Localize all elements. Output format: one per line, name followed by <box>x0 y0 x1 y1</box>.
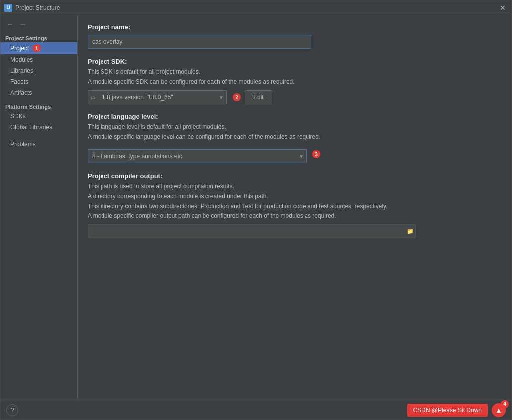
bottom-right: CSDN @Please Sit Down ▲ 4 <box>407 403 506 417</box>
project-structure-window: U Project Structure ✕ ← → Project Settin… <box>0 0 512 420</box>
close-button[interactable]: ✕ <box>498 3 508 13</box>
compiler-desc1: This path is used to store all project c… <box>88 182 502 191</box>
sdk-desc2: A module specific SDK can be configured … <box>88 77 502 86</box>
sdk-row: 🗂 1.8 java version "1.8.0_65" ▼ 2 Edit <box>88 90 502 104</box>
lang-select-wrapper: 8 - Lambdas, type annotations etc. ▼ <box>88 149 307 163</box>
csdn-bar[interactable]: CSDN @Please Sit Down <box>407 404 488 417</box>
project-name-label: Project name: <box>88 23 502 31</box>
sdk-label: Project SDK: <box>88 58 502 65</box>
main-content: ← → Project Settings Project 1 Modules L… <box>0 15 512 400</box>
compiler-section: Project compiler output: This path is us… <box>88 172 502 238</box>
sidebar-item-sdks[interactable]: SDKs <box>0 111 77 122</box>
sidebar-item-project-badge: 1 <box>33 44 41 52</box>
sidebar-item-modules-label: Modules <box>10 56 33 63</box>
titlebar: U Project Structure ✕ <box>0 0 512 15</box>
compiler-output-row: 📁 <box>88 224 502 238</box>
sidebar: ← → Project Settings Project 1 Modules L… <box>0 15 78 400</box>
lang-desc1: This language level is default for all p… <box>88 122 502 131</box>
sidebar-item-project-label: Project <box>10 45 29 52</box>
edit-sdk-button[interactable]: Edit <box>245 90 272 104</box>
sidebar-item-artifacts-label: Artifacts <box>10 89 32 96</box>
folder-browse-button[interactable]: 📁 <box>407 228 414 235</box>
main-panel: Project name: Project SDK: This SDK is d… <box>78 15 512 400</box>
sidebar-item-problems[interactable]: Problems <box>0 139 77 150</box>
sidebar-item-project[interactable]: Project 1 <box>0 42 77 54</box>
project-name-input[interactable] <box>88 35 311 49</box>
sidebar-item-artifacts[interactable]: Artifacts <box>0 87 77 98</box>
help-button[interactable]: ? <box>6 404 18 416</box>
window-title: Project Structure <box>15 4 498 11</box>
sdk-desc1: This SDK is default for all project modu… <box>88 67 502 76</box>
project-name-section: Project name: <box>88 23 502 49</box>
bottom-bar: ? CSDN @Please Sit Down ▲ 4 <box>0 400 512 420</box>
compiler-desc4: A module specific compiler output path c… <box>88 211 502 220</box>
sidebar-item-problems-label: Problems <box>10 141 36 148</box>
sidebar-item-facets-label: Facets <box>10 78 28 85</box>
lang-badge: 3 <box>312 150 320 158</box>
lang-desc2: A module specific language level can be … <box>88 132 502 141</box>
nav-buttons: ← → <box>0 18 77 32</box>
sidebar-item-sdks-label: SDKs <box>10 113 26 120</box>
sidebar-item-facets[interactable]: Facets <box>0 76 77 87</box>
lang-label: Project language level: <box>88 113 502 120</box>
scroll-top-wrapper: ▲ 4 <box>492 403 506 417</box>
sdk-section: Project SDK: This SDK is default for all… <box>88 58 502 104</box>
nav-forward-button[interactable]: → <box>17 19 28 29</box>
compiler-output-input[interactable] <box>88 224 416 238</box>
sdk-badge: 2 <box>233 93 241 101</box>
sidebar-item-global-libraries[interactable]: Global Libraries <box>0 122 77 133</box>
scroll-badge: 4 <box>501 400 509 408</box>
compiler-input-wrapper: 📁 <box>88 224 416 238</box>
compiler-desc2: A directory corresponding to each module… <box>88 192 502 201</box>
lang-select[interactable]: 8 - Lambdas, type annotations etc. <box>88 149 307 163</box>
app-icon: U <box>4 4 12 12</box>
platform-settings-label: Platform Settings <box>0 102 77 111</box>
sidebar-item-libraries-label: Libraries <box>10 67 33 74</box>
sidebar-item-modules[interactable]: Modules <box>0 54 77 65</box>
project-settings-label: Project Settings <box>0 33 77 42</box>
sidebar-item-libraries[interactable]: Libraries <box>0 65 77 76</box>
sidebar-item-global-libraries-label: Global Libraries <box>10 124 52 131</box>
nav-back-button[interactable]: ← <box>4 19 15 29</box>
lang-row: 8 - Lambdas, type annotations etc. ▼ 3 <box>88 145 502 163</box>
sdk-select[interactable]: 1.8 java version "1.8.0_65" <box>88 90 227 104</box>
compiler-label: Project compiler output: <box>88 172 502 180</box>
sdk-select-wrapper: 🗂 1.8 java version "1.8.0_65" ▼ <box>88 90 227 104</box>
compiler-desc3: This directory contains two subdirectori… <box>88 202 502 210</box>
lang-section: Project language level: This language le… <box>88 113 502 163</box>
